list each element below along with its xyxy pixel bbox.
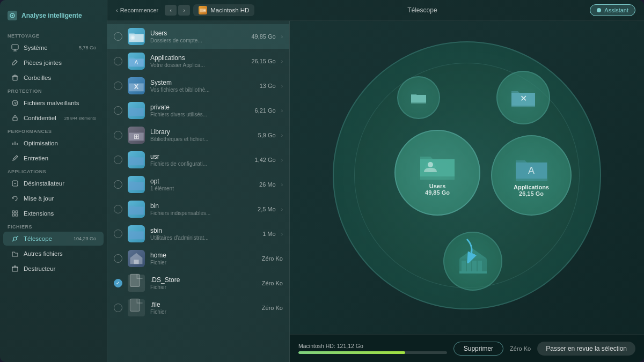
checkbox-private[interactable] (114, 106, 122, 115)
checkbox-bin[interactable] (114, 205, 122, 213)
node-topleft (397, 76, 440, 119)
sidebar-item-optimisation[interactable]: Optimisation (3, 136, 104, 150)
sidebar-item-telescope[interactable]: Télescope 104,23 Go (3, 232, 104, 246)
file-row-home[interactable]: home Fichier Zéro Ko (107, 246, 289, 271)
sidebar-item-miseajour[interactable]: Mise à jour (3, 191, 104, 205)
back-label: Recommencer (120, 7, 159, 13)
file-desc-system: Vos fichiers et bibliothè... (150, 87, 254, 93)
file-desc-private: Fichiers divers utilisés... (150, 112, 250, 117)
chevron-applications-icon: › (281, 58, 283, 64)
telescope-badge: 104,23 Go (74, 236, 96, 241)
systeme-badge: 5,78 Go (79, 45, 96, 50)
storage-label: Macintosh HD: 121,12 Go (298, 343, 447, 349)
autresfichiers-icon (11, 249, 19, 258)
svg-point-40 (428, 162, 433, 167)
file-row-dotfile[interactable]: .file Fichier Zéro Ko (107, 295, 289, 320)
file-size-dotfile: Zéro Ko (262, 305, 283, 311)
checkbox-system[interactable] (114, 82, 122, 90)
sidebar-item-desinstallateur[interactable]: Désinstallateur (3, 176, 104, 190)
file-size-home: Zéro Ko (262, 255, 283, 262)
file-info-private: private Fichiers divers utilisés... (150, 104, 250, 117)
file-size-library: 5,9 Go (258, 132, 276, 138)
file-row-users[interactable]: Users Dossiers de compte... 49,85 Go › (107, 24, 289, 49)
file-name-users: Users (150, 29, 246, 37)
file-name-dotfile: .file (150, 301, 257, 308)
svg-text:⊞: ⊞ (134, 133, 140, 141)
file-row-sbin[interactable]: sbin Utilitaires d'administrat... 1 Mo › (107, 221, 289, 246)
sidebar-item-destructeur[interactable]: Destructeur (3, 262, 104, 276)
nav-arrows: ‹ › (165, 5, 190, 16)
review-button[interactable]: Passer en revue la sélection (537, 342, 635, 356)
breadcrumb-hd[interactable]: Macintosh HD (193, 4, 254, 16)
sidebar-item-entretien[interactable]: Entretien (3, 151, 104, 165)
file-row-system[interactable]: X System Vos fichiers et bibliothè... 13… (107, 73, 289, 98)
file-row-usr[interactable]: usr Fichiers de configurati... 1,42 Go › (107, 147, 289, 172)
file-row-bin[interactable]: bin Fichiers indispensables... 2,5 Mo › (107, 197, 289, 221)
destructeur-label: Destructeur (24, 265, 96, 272)
node-users[interactable]: Users 49,85 Go (394, 130, 480, 216)
sidebar-item-confidentiel[interactable]: Confidentiel 26 844 éléments (3, 111, 104, 125)
file-size-private: 6,21 Go (255, 107, 276, 114)
svg-point-1 (12, 15, 13, 17)
file-row-library[interactable]: ⊞ Library Bibliothèques et fichier... 5,… (107, 123, 289, 147)
file-row-applications[interactable]: A Applications Votre dossier Applica... … (107, 49, 289, 73)
file-row-ds-store[interactable]: .DS_Store Fichier Zéro Ko (107, 271, 289, 295)
nav-forward-button[interactable]: › (178, 5, 190, 16)
checkbox-sbin[interactable] (114, 230, 122, 238)
visualization-panel: ✕ Users 49,85 Go A Applications 26,15 Go (290, 21, 644, 362)
chevron-usr-icon: › (281, 157, 283, 163)
checkbox-opt[interactable] (114, 180, 122, 189)
sidebar-item-extensions[interactable]: Extensions (3, 206, 104, 220)
review-label: Passer en revue la sélection (546, 345, 627, 352)
checkbox-usr[interactable] (114, 156, 122, 164)
checkbox-dotfile[interactable] (114, 304, 122, 312)
systeme-icon (11, 43, 19, 52)
file-desc-bin: Fichiers indispensables... (150, 210, 252, 216)
back-button[interactable]: ‹ Recommencer (116, 7, 158, 13)
sidebar-item-malveillants[interactable]: ☣ Fichiers malveillants (3, 96, 104, 110)
checkbox-library[interactable] (114, 131, 122, 139)
file-info-usr: usr Fichiers de configurati... (150, 153, 250, 167)
delete-button[interactable]: Supprimer (453, 342, 503, 356)
svg-rect-12 (13, 117, 17, 121)
checkbox-applications[interactable] (114, 57, 122, 65)
autresfichiers-label: Autres fichiers (24, 250, 96, 257)
telescope-label: Télescope (24, 235, 69, 242)
main-area: ‹ Recommencer ‹ › Macintosh HD Télescope… (107, 0, 644, 362)
sidebar-item-systeme[interactable]: Système 5,78 Go (3, 41, 104, 55)
file-info-ds-store: .DS_Store Fichier (150, 276, 257, 290)
file-info-opt: opt 1 élément (150, 178, 254, 191)
svg-text:A: A (135, 60, 138, 65)
brand-label: Analyse intelligente (21, 12, 82, 19)
svg-rect-18 (12, 211, 14, 213)
nav-back-button[interactable]: ‹ (165, 5, 177, 16)
sidebar-item-pieces[interactable]: Pièces jointes (3, 56, 104, 70)
checkbox-users[interactable] (114, 32, 122, 41)
file-name-home: home (150, 252, 257, 259)
storage-bar-fill (298, 351, 405, 354)
svg-rect-35 (134, 260, 138, 264)
file-name-opt: opt (150, 178, 254, 185)
delete-label: Supprimer (464, 345, 493, 352)
assistant-button[interactable]: Assistant (590, 4, 635, 16)
node-applications[interactable]: A Applications 26,15 Go (491, 135, 572, 216)
sidebar-item-autresfichiers[interactable]: Autres fichiers (3, 247, 104, 261)
sidebar: Analyse intelligente Nettoyage Système 5… (0, 0, 107, 362)
apps-node-label: Applications (514, 184, 549, 190)
file-row-private[interactable]: private Fichiers divers utilisés... 6,21… (107, 98, 289, 123)
file-name-private: private (150, 104, 250, 111)
sidebar-item-corbeilles[interactable]: Corbeilles (3, 71, 104, 85)
desinstallateur-label: Désinstallateur (24, 180, 96, 187)
file-icon-library: ⊞ (128, 127, 145, 144)
file-desc-home: Fichier (150, 260, 257, 265)
node-system: ✕ (496, 71, 550, 124)
confidentiel-icon (11, 114, 19, 122)
svg-point-31 (131, 36, 134, 39)
file-row-opt[interactable]: opt 1 élément 26 Mo › (107, 172, 289, 197)
confidentiel-badge: 26 844 éléments (64, 116, 96, 121)
checkbox-ds-store[interactable] (114, 279, 122, 287)
file-icon-home (128, 250, 145, 267)
topbar: ‹ Recommencer ‹ › Macintosh HD Télescope… (107, 0, 644, 21)
checkbox-home[interactable] (114, 254, 122, 263)
file-icon-opt (128, 176, 145, 193)
